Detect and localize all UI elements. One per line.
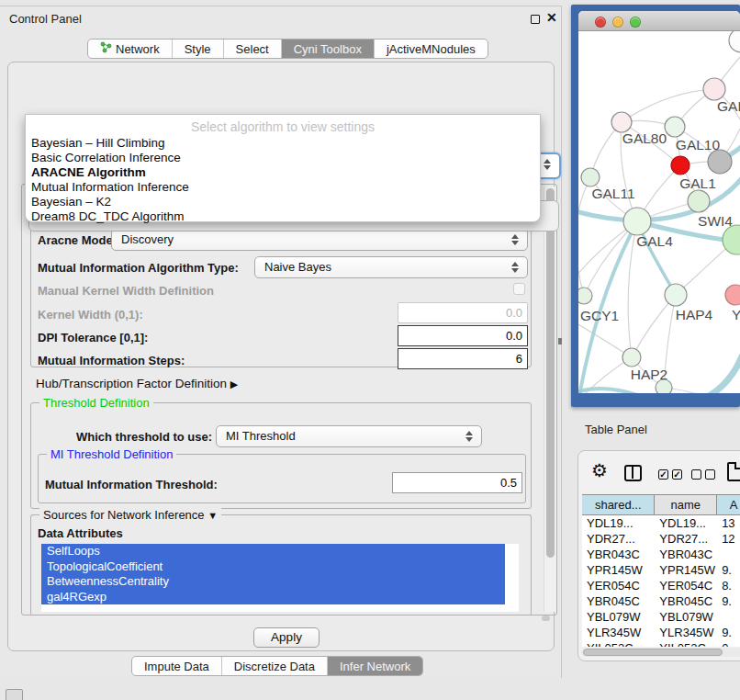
tab-infer-network[interactable]: Infer Network [328,657,422,675]
splitpane-handle[interactable] [558,338,562,344]
column-header[interactable]: name [655,495,717,514]
attribute-list-item[interactable]: gal4RGexp [41,590,505,605]
table-hscroll-thumb[interactable] [583,649,723,656]
settings-scrollbar-track[interactable] [544,186,556,612]
network-node[interactable] [723,225,740,254]
dropdown-item[interactable]: Mutual Information Inference [26,180,540,195]
close-traffic-light[interactable] [595,17,606,28]
tab-impute-data[interactable]: Impute Data [132,657,222,675]
infer-network-tab-panel: Select algorithm to view settings Bayesi… [7,62,555,651]
node-label: GAL10 [676,137,721,152]
chevron-down-icon[interactable]: ▼ [207,510,218,521]
algorithm-dropdown-list: Select algorithm to view settings Bayesi… [25,114,541,222]
kernel-width-label: Kernel Width (0,1): [38,308,143,322]
column-header[interactable]: shared... [582,495,655,514]
table-row[interactable]: YDL19...YDL19...13 [582,515,740,531]
network-node[interactable] [581,168,600,186]
close-icon[interactable]: ✕ [546,10,557,25]
dropdown-item[interactable]: Bayesian – Hill Climbing [26,136,540,151]
dropdown-item[interactable]: Bayesian – K2 [26,195,540,209]
settings-scrollbar-thumb[interactable] [546,188,555,558]
column-header[interactable]: A [717,495,740,514]
tab-label: Select [236,42,269,56]
attribute-list-item[interactable]: TopologicalCoefficient [41,559,505,575]
table-row[interactable]: YER054CYER054C8. [582,578,740,593]
settings-hscroll-thumb[interactable] [542,615,550,621]
attribute-list-item[interactable]: SelfLoops [41,544,505,559]
network-node[interactable] [671,156,690,175]
tab-network[interactable]: Network [88,40,173,58]
table-row[interactable]: YPR145WYPR145W9. [582,562,740,578]
mi-algorithm-type-label: Mutual Information Algorithm Type: [38,261,239,275]
tab-style[interactable]: Style [173,40,224,58]
hub-definition-disclosure[interactable]: Hub/Transcription Factor Definition ▶ [36,377,238,390]
kernel-width-field[interactable] [398,302,528,323]
table-row[interactable]: YIL052CYIL052C0. [582,640,740,647]
mi-algorithm-type-combo[interactable]: Naive Bayes [254,256,528,278]
table-cell: YLR345W [582,625,655,640]
checked-checkbox-icon-2[interactable]: ✓ [672,469,682,480]
dropdown-item[interactable]: Basic Correlation Inference [26,151,540,165]
columns-icon[interactable] [624,465,642,481]
which-threshold-value: MI Threshold [226,429,296,443]
attribute-list-item[interactable]: BetweennessCentrality [41,574,505,590]
minimize-traffic-light[interactable] [612,17,623,28]
network-node[interactable] [622,348,641,367]
network-node[interactable] [578,288,592,304]
tab-jactivemnodules[interactable]: jActiveMNodules [375,40,488,58]
table-row[interactable]: YLR345WYLR345W9. [582,625,740,640]
dropdown-item[interactable]: Dream8 DC_TDC Algorithm [26,209,540,224]
minimized-panel-icon[interactable] [6,689,23,700]
table-cell: YPR145W [655,562,717,578]
table-hscroll-track[interactable] [581,648,740,657]
table-row[interactable]: YBR043CYBR043C [582,547,740,562]
gear-icon[interactable]: ⚙ [591,461,608,480]
table-row[interactable]: YDR27...YDR27...12 [582,531,740,547]
network-canvas[interactable]: GALGAL80GAL10GAL1GAL11SWI4GAL4GCY1HAP4YH… [578,31,740,393]
node-label: GAL [717,98,740,114]
mi-threshold-field[interactable] [392,472,522,493]
network-node[interactable] [665,117,685,137]
apply-button[interactable]: Apply [253,627,320,648]
network-node[interactable] [708,150,732,174]
dropdown-item[interactable]: ARACNE Algorithm [26,165,540,180]
checked-checkbox-icon[interactable]: ✓ [658,469,668,480]
tab-discretize-data[interactable]: Discretize Data [222,657,328,675]
data-attributes-list: SelfLoopsTopologicalCoefficientBetweenne… [41,544,519,612]
unchecked-checkbox-icon-2[interactable] [705,469,715,480]
table-cell: 9. [717,625,740,640]
combo-spinner [511,233,520,246]
mi-steps-field[interactable] [398,348,528,369]
network-node[interactable] [611,112,632,132]
document-icon[interactable] [727,462,740,481]
table-row[interactable]: YBL079WYBL079W [582,609,740,625]
unchecked-checkbox-icon[interactable] [691,469,701,480]
dpi-tolerance-field[interactable] [398,325,528,346]
combo-spinner [465,430,474,443]
network-node[interactable] [623,208,651,235]
network-node[interactable] [688,190,710,212]
network-node[interactable] [729,31,740,52]
tab-cyni-toolbox[interactable]: Cyni Toolbox [282,40,375,58]
tab-label: Infer Network [340,660,410,673]
network-node[interactable] [665,284,687,306]
zoom-traffic-light[interactable] [630,17,641,28]
network-edge-highlighted[interactable] [578,389,643,393]
table-cell: 8. [717,578,740,593]
manual-kernel-width-checkbox[interactable] [513,283,525,295]
aracne-mode-combo[interactable]: Discovery [111,229,528,251]
dpi-tolerance-label: DPI Tolerance [0,1]: [38,331,148,344]
network-edge-highlighted[interactable] [684,356,740,393]
table-cell: YBR043C [655,547,717,562]
table-row[interactable]: YBR045CYBR045C9. [582,593,740,609]
tab-select[interactable]: Select [224,40,282,58]
float-window-icon[interactable] [531,15,540,24]
which-threshold-combo[interactable]: MI Threshold [216,425,482,447]
network-node[interactable] [703,78,725,100]
network-edge[interactable] [622,89,714,122]
table-cell: YIL052C [655,640,717,647]
table-cell: YBL079W [582,609,655,625]
network-view-frame: GALGAL80GAL10GAL1GAL11SWI4GAL4GCY1HAP4YH… [571,5,740,407]
algorithm-dropdown-items: Bayesian – Hill ClimbingBasic Correlatio… [26,136,540,224]
network-node[interactable] [725,285,740,305]
